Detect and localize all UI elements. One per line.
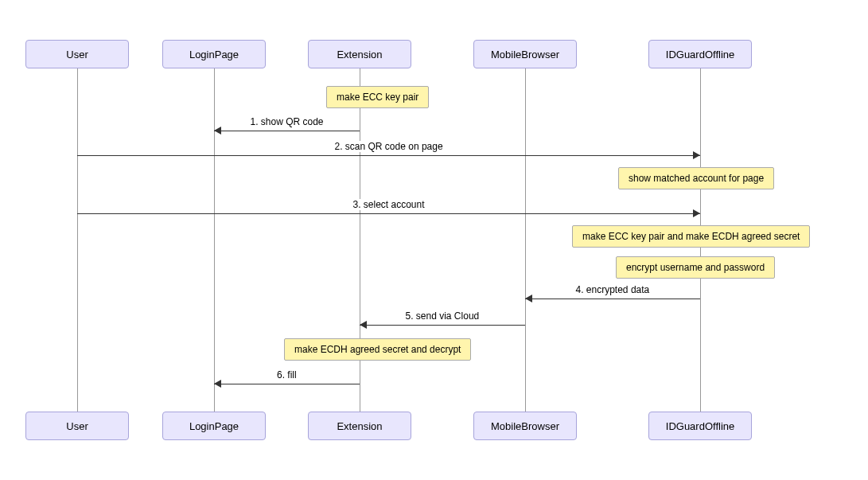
lifeline-extension — [360, 68, 360, 413]
lifeline-mobilebrowser — [525, 68, 526, 413]
note-1: show matched account for page — [618, 167, 774, 189]
msg-label-5: 6. fill — [275, 369, 298, 380]
msg-label-0: 1. show QR code — [249, 116, 325, 127]
arrow-line-5 — [214, 384, 360, 384]
msg-label-3: 4. encrypted data — [574, 284, 652, 295]
arrow-head-2 — [693, 209, 700, 217]
msg-label-4: 5. send via Cloud — [404, 310, 481, 322]
note-2: make ECC key pair and make ECDH agreed s… — [572, 225, 810, 248]
participant-user-top: User — [25, 40, 129, 68]
participant-mobilebrowser-top: MobileBrowser — [473, 40, 577, 68]
arrow-head-1 — [693, 151, 700, 159]
arrow-head-0 — [214, 127, 221, 135]
participant-loginpage-bottom: LoginPage — [162, 412, 266, 440]
participant-extension-bottom: Extension — [308, 412, 411, 440]
arrow-head-5 — [214, 380, 221, 388]
participant-extension-top: Extension — [308, 40, 411, 68]
sequence-diagram: UserUserLoginPageLoginPageExtensionExten… — [0, 0, 868, 480]
participant-user-bottom: User — [25, 412, 129, 440]
lifeline-loginpage — [214, 68, 215, 413]
arrow-line-2 — [77, 213, 700, 214]
lifeline-user — [77, 68, 78, 413]
arrow-line-0 — [214, 131, 360, 131]
participant-idguardoffline-bottom: IDGuardOffline — [648, 412, 752, 440]
note-3: encrypt username and password — [616, 256, 775, 279]
participant-loginpage-top: LoginPage — [162, 40, 266, 68]
arrow-line-4 — [360, 325, 525, 326]
arrow-head-4 — [360, 321, 367, 329]
note-0: make ECC key pair — [326, 86, 429, 108]
msg-label-1: 2. scan QR code on page — [333, 141, 445, 152]
note-4: make ECDH agreed secret and decrypt — [284, 338, 471, 361]
participant-idguardoffline-top: IDGuardOffline — [648, 40, 752, 68]
msg-label-2: 3. select account — [352, 199, 426, 210]
participant-mobilebrowser-bottom: MobileBrowser — [473, 412, 577, 440]
arrow-head-3 — [525, 295, 532, 302]
arrow-line-3 — [525, 299, 700, 299]
arrow-line-1 — [77, 155, 700, 156]
